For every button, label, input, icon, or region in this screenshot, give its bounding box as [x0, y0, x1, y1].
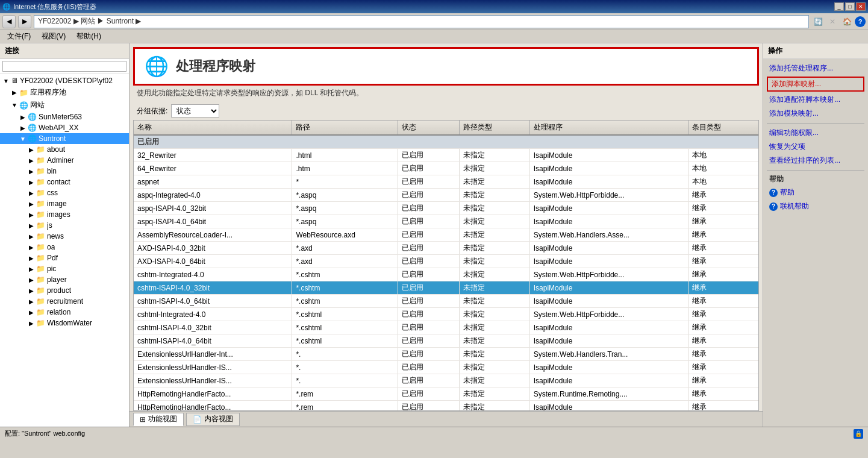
tree-item[interactable]: ▶📁contact: [0, 177, 129, 187]
table-row[interactable]: cshtm-ISAPI-4.0_32bit*.cshtm已启用未指定IsapiM…: [134, 281, 758, 295]
col-header-status[interactable]: 状态: [398, 121, 459, 135]
bottom-tabs: ⊞ 功能视图 📄 内容视图: [130, 411, 763, 427]
close-button[interactable]: ✕: [856, 2, 866, 11]
action-link[interactable]: 添加托管处理程序...: [763, 61, 868, 75]
cell-status: 已启用: [398, 149, 459, 162]
menu-help[interactable]: 帮助(H): [72, 30, 106, 43]
tree-item[interactable]: ▼🌐Suntront: [0, 133, 129, 144]
table-row[interactable]: cshtm-ISAPI-4.0_64bit*.cshtm已启用未指定IsapiM…: [134, 295, 758, 308]
menu-view[interactable]: 视图(V): [37, 30, 70, 43]
cell-handler: System.Web.HttpForbidde...: [529, 189, 688, 202]
cell-status: 已启用: [398, 295, 459, 308]
action-link[interactable]: 添加模块映射...: [763, 107, 868, 121]
minimize-button[interactable]: _: [834, 2, 844, 11]
col-header-pathtype[interactable]: 路径类型: [459, 121, 529, 135]
app-icon: 🌐: [2, 3, 11, 11]
tree-icon: 🌐: [28, 124, 37, 132]
tree-item[interactable]: ▶📁images: [0, 209, 129, 220]
tree-toggle: ▶: [28, 201, 35, 207]
table-row[interactable]: ExtensionlessUrlHandler-IS...*.已启用未指定Isa…: [134, 374, 758, 387]
tree-item[interactable]: ▶📁recruitment: [0, 296, 129, 307]
help-icon[interactable]: ?: [855, 16, 866, 27]
table-row[interactable]: ExtensionlessUrlHandler-Int...*.已启用未指定Sy…: [134, 348, 758, 361]
table-row[interactable]: cshtml-Integrated-4.0*.cshtml已启用未指定Syste…: [134, 308, 758, 321]
cell-status: 已启用: [398, 242, 459, 255]
cell-name: HttpRemotingHandlerFacto...: [134, 401, 292, 411]
connection-search-input[interactable]: [2, 61, 126, 72]
table-scroll[interactable]: 名称 路径 状态 路径类型 处理程序 条目类型 已启用32_Rewriter.h…: [134, 121, 758, 410]
action-link[interactable]: 添加脚本映射...: [767, 77, 864, 92]
cell-pathtype: 未指定: [459, 242, 529, 255]
tree-item[interactable]: ▶📁pic: [0, 263, 129, 274]
tree-item[interactable]: ▶🌐WebAPI_XX: [0, 122, 129, 133]
cell-entrytype: 继承: [688, 255, 758, 268]
action-link[interactable]: 查看经过排序的列表...: [763, 154, 868, 168]
table-row[interactable]: AXD-ISAPI-4.0_64bit*.axd已启用未指定IsapiModul…: [134, 255, 758, 268]
tree-item[interactable]: ▼🖥YF022002 (VDESKTOP\yf02: [0, 75, 129, 86]
tree-item[interactable]: ▶📁image: [0, 198, 129, 209]
table-row[interactable]: aspq-ISAPI-4.0_32bit*.aspq已启用未指定IsapiMod…: [134, 202, 758, 215]
tree-label: product: [47, 286, 71, 295]
tree-item[interactable]: ▶🌐SunMeter563: [0, 111, 129, 122]
tree-item[interactable]: ▶📁css: [0, 187, 129, 198]
table-row[interactable]: cshtml-ISAPI-4.0_64bit*.cshtml已启用未指定Isap…: [134, 334, 758, 348]
tree-item[interactable]: ▶📁product: [0, 285, 129, 296]
cell-name: ExtensionlessUrlHandler-IS...: [134, 374, 292, 387]
table-row[interactable]: AXD-ISAPI-4.0_32bit*.axd已启用未指定IsapiModul…: [134, 242, 758, 255]
col-header-name[interactable]: 名称: [134, 121, 292, 135]
table-row[interactable]: 64_Rewriter.htm已启用未指定IsapiModule本地: [134, 162, 758, 175]
cell-entrytype: 继承: [688, 308, 758, 321]
action-help-link[interactable]: ?帮助: [763, 186, 868, 199]
col-header-path[interactable]: 路径: [292, 121, 398, 135]
action-link[interactable]: 恢复为父项: [763, 140, 868, 154]
table-row[interactable]: aspq-Integrated-4.0*.aspq已启用未指定System.We…: [134, 189, 758, 202]
tab-feature-view[interactable]: ⊞ 功能视图: [133, 413, 184, 426]
cell-name: aspnet: [134, 175, 292, 189]
table-row[interactable]: 32_Rewriter.html已启用未指定IsapiModule本地: [134, 149, 758, 162]
cell-name: cshtml-ISAPI-4.0_32bit: [134, 321, 292, 334]
group-select[interactable]: 状态: [171, 104, 219, 118]
cell-entrytype: 继承: [688, 202, 758, 215]
tree-item[interactable]: ▶📁Pdf: [0, 253, 129, 263]
tree-item[interactable]: ▶📁player: [0, 274, 129, 285]
table-row[interactable]: aspq-ISAPI-4.0_64bit*.aspq已启用未指定IsapiMod…: [134, 215, 758, 228]
tree-item[interactable]: ▶📁js: [0, 220, 129, 231]
table-row[interactable]: AssemblyResourceLoader-I...WebResource.a…: [134, 228, 758, 242]
table-row[interactable]: ExtensionlessUrlHandler-IS...*.已启用未指定Isa…: [134, 361, 758, 374]
tree-item[interactable]: ▶📁bin: [0, 166, 129, 177]
menu-file[interactable]: 文件(F): [2, 30, 36, 43]
cell-status: 已启用: [398, 348, 459, 361]
table-row[interactable]: cshtm-Integrated-4.0*.cshtm已启用未指定System.…: [134, 268, 758, 281]
cell-name: aspq-ISAPI-4.0_64bit: [134, 215, 292, 228]
col-header-entrytype[interactable]: 条目类型: [688, 121, 758, 135]
cell-pathtype: 未指定: [459, 175, 529, 189]
tab-content-view[interactable]: 📄 内容视图: [186, 413, 240, 426]
home-icon[interactable]: 🏠: [840, 15, 854, 28]
tree-item[interactable]: ▶📁应用程序池: [0, 86, 129, 99]
refresh-icon[interactable]: 🔄: [811, 15, 825, 28]
tree-item[interactable]: ▶📁about: [0, 144, 129, 155]
table-row[interactable]: aspnet*已启用未指定IsapiModule本地: [134, 175, 758, 189]
action-help-link[interactable]: ?联机帮助: [763, 199, 868, 213]
tree-label: WisdomWater: [47, 319, 92, 327]
tree-item[interactable]: ▶📁Adminer: [0, 155, 129, 166]
tree-item[interactable]: ▶📁news: [0, 231, 129, 242]
col-header-handler[interactable]: 处理程序: [529, 121, 688, 135]
address-path[interactable]: YF022002 ▶ 网站 ▶ Suntront ▶: [34, 15, 809, 28]
tree-item[interactable]: ▼🌐网站: [0, 99, 129, 111]
tree-item[interactable]: ▶📁oa: [0, 242, 129, 253]
action-link[interactable]: 编辑功能权限...: [763, 126, 868, 140]
table-row[interactable]: cshtml-ISAPI-4.0_32bit*.cshtml已启用未指定Isap…: [134, 321, 758, 334]
table-row[interactable]: HttpRemotingHandlerFacto...*.rem已启用未指定Is…: [134, 401, 758, 411]
tree-item[interactable]: ▶📁relation: [0, 307, 129, 318]
tree-item[interactable]: ▶📁WisdomWater: [0, 318, 129, 328]
table-row[interactable]: HttpRemotingHandlerFacto...*.rem已启用未指定Sy…: [134, 387, 758, 401]
cell-name: cshtm-Integrated-4.0: [134, 268, 292, 281]
back-button[interactable]: ◀: [2, 15, 16, 28]
action-link[interactable]: 添加通配符脚本映射...: [763, 93, 868, 107]
stop-icon[interactable]: ✕: [826, 15, 839, 28]
tree-icon: 📁: [36, 297, 45, 306]
tree-icon: 🖥: [11, 77, 18, 85]
maximize-button[interactable]: □: [845, 2, 855, 11]
forward-button[interactable]: ▶: [18, 15, 31, 28]
